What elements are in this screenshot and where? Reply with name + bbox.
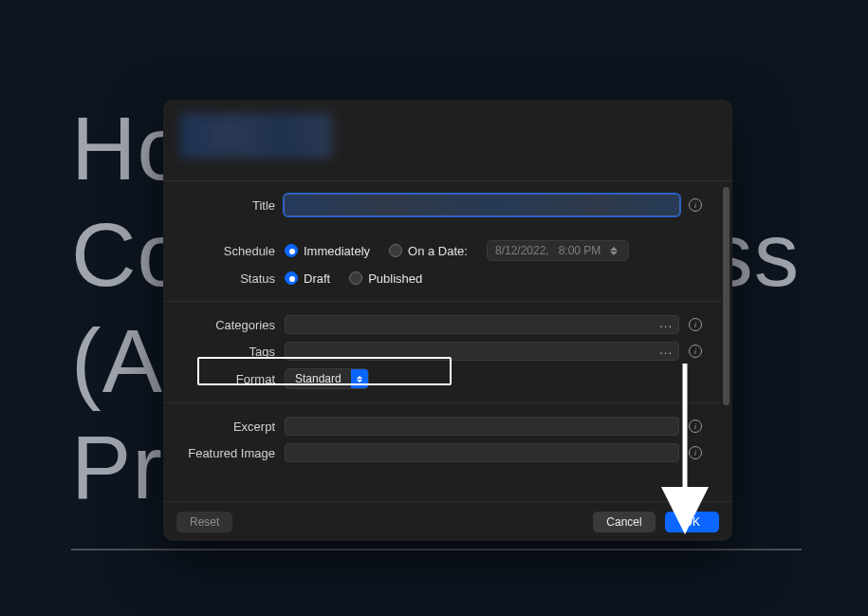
format-select-value: Standard <box>286 372 351 385</box>
excerpt-field[interactable] <box>285 417 679 436</box>
row-title: Title i <box>163 191 721 219</box>
schedule-time-value: 8:00 PM <box>559 244 601 257</box>
label-schedule: Schedule <box>163 244 285 258</box>
info-icon[interactable]: i <box>689 420 702 433</box>
dialog-body: Title i Schedule Immediately On a Date: <box>163 181 732 501</box>
radio-published-label: Published <box>368 271 422 286</box>
dialog-footer: Reset Cancel OK <box>163 501 732 541</box>
radio-immediately[interactable] <box>285 244 298 257</box>
info-icon[interactable]: i <box>689 198 702 212</box>
row-featured-image: Featured Image i <box>163 439 721 466</box>
section-taxonomy: Categories ... i Tags ... i Format <box>163 302 721 403</box>
date-stepper[interactable] <box>610 247 620 255</box>
radio-on-a-date[interactable] <box>389 244 402 257</box>
radio-on-a-date-group[interactable]: On a Date: <box>389 244 468 258</box>
title-input[interactable] <box>285 195 679 215</box>
categories-field[interactable]: ... <box>285 315 679 334</box>
radio-draft-group[interactable]: Draft <box>285 271 330 286</box>
label-format: Format <box>163 372 285 386</box>
row-categories: Categories ... i <box>163 311 721 338</box>
schedule-date-field[interactable]: 8/12/2022, 8:00 PM <box>487 240 629 261</box>
label-tags: Tags <box>163 345 285 359</box>
cancel-button[interactable]: Cancel <box>593 512 655 532</box>
background-rule <box>71 549 802 551</box>
featured-image-field[interactable] <box>285 443 679 462</box>
tags-field[interactable]: ... <box>285 342 679 361</box>
label-excerpt: Excerpt <box>163 420 285 434</box>
post-settings-dialog: Title i Schedule Immediately On a Date: <box>163 100 732 541</box>
select-arrows-icon <box>351 369 368 388</box>
label-status: Status <box>163 271 285 286</box>
vertical-scrollbar[interactable] <box>723 187 729 405</box>
info-icon[interactable]: i <box>689 446 702 459</box>
info-icon[interactable]: i <box>689 345 702 358</box>
ellipsis-icon: ... <box>659 316 673 330</box>
row-excerpt: Excerpt i <box>163 413 721 439</box>
label-categories: Categories <box>163 318 285 332</box>
row-tags: Tags ... i <box>163 338 721 364</box>
radio-draft-label: Draft <box>304 271 330 286</box>
radio-published[interactable] <box>349 271 362 285</box>
row-schedule: Schedule Immediately On a Date: 8/12/202… <box>163 236 721 265</box>
blurred-title-preview <box>180 113 332 159</box>
section-extras: Excerpt i Featured Image i <box>163 403 721 476</box>
dialog-header <box>163 100 732 181</box>
radio-on-a-date-label: On a Date: <box>408 244 468 258</box>
ok-button[interactable]: OK <box>665 512 719 532</box>
reset-button[interactable]: Reset <box>176 512 232 532</box>
radio-draft[interactable] <box>285 271 298 285</box>
radio-immediately-group[interactable]: Immediately <box>285 244 370 258</box>
row-status: Status Draft Published <box>163 265 721 291</box>
schedule-date-value: 8/12/2022, <box>495 244 549 257</box>
label-featured-image: Featured Image <box>163 446 285 460</box>
format-select[interactable]: Standard <box>285 368 369 389</box>
label-title: Title <box>163 198 285 213</box>
section-basic: Title i Schedule Immediately On a Date: <box>163 181 721 302</box>
info-icon[interactable]: i <box>689 318 702 331</box>
ellipsis-icon: ... <box>659 343 673 357</box>
radio-published-group[interactable]: Published <box>349 271 422 286</box>
row-format: Format Standard <box>163 364 721 393</box>
radio-immediately-label: Immediately <box>304 244 370 258</box>
